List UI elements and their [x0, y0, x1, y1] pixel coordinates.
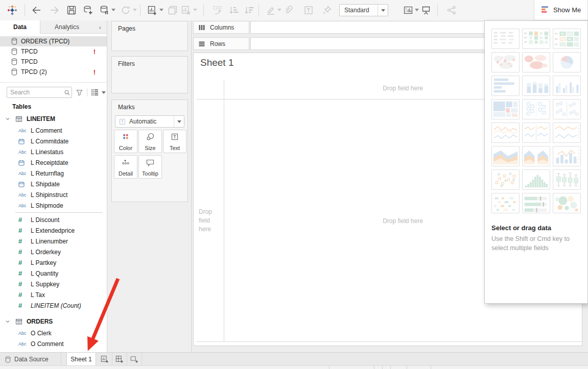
clear-sheet-button[interactable] — [180, 4, 192, 16]
mark-tooltip-button[interactable]: Tooltip — [138, 155, 162, 179]
field-item[interactable]: AbcL Shipmode — [0, 200, 107, 211]
tab-analytics[interactable]: Analytics — [40, 20, 93, 34]
new-worksheet-tab-button[interactable] — [98, 353, 112, 366]
new-data-source-button[interactable] — [82, 4, 94, 16]
showme-side-by-side-circles[interactable] — [553, 99, 581, 119]
swap-rows-columns-button[interactable] — [211, 4, 224, 16]
showme-heat-map[interactable] — [553, 29, 581, 49]
mark-type-caret-icon[interactable] — [174, 116, 184, 127]
fit-selector-caret-icon[interactable] — [378, 5, 388, 16]
fix-axes-button[interactable] — [321, 4, 333, 16]
field-item[interactable]: #L Partkey — [0, 257, 107, 268]
presentation-mode-button[interactable] — [420, 4, 432, 16]
field-item[interactable]: AbcL Linestatus — [0, 146, 107, 157]
field-item[interactable]: AbcL Comment — [0, 125, 107, 136]
showme-horizontal-bars[interactable] — [491, 76, 520, 96]
showme-lines-continuous[interactable] — [491, 122, 520, 143]
new-worksheet-button-caret-icon[interactable] — [159, 9, 163, 11]
new-story-tab-button[interactable] — [127, 353, 142, 366]
table-header-lineitem[interactable]: LINEITEM — [0, 113, 107, 125]
highlight-button-caret-icon[interactable] — [277, 9, 281, 11]
field-item[interactable]: AbcL Shipinstruct — [0, 189, 107, 200]
data-source-item[interactable]: TPCD — [0, 57, 107, 67]
table-header-orders[interactable]: ORDERS — [0, 315, 107, 328]
showme-area-continuous[interactable] — [491, 146, 520, 166]
data-source-item[interactable]: ORDERS (TPCD) — [0, 36, 107, 46]
showme-circle-views[interactable] — [522, 99, 550, 119]
showme-text-table[interactable] — [491, 29, 520, 49]
showme-dual-combination[interactable] — [553, 146, 581, 166]
search-input[interactable] — [7, 89, 62, 96]
showme-packed-bubbles[interactable] — [553, 193, 581, 213]
showme-stacked-bars[interactable] — [522, 76, 550, 96]
chevron-down-icon[interactable] — [5, 319, 11, 324]
field-item[interactable]: #L Suppkey — [0, 279, 107, 289]
mark-size-button[interactable]: Size — [138, 130, 162, 153]
mark-text-button[interactable]: Text — [163, 130, 186, 153]
field-item[interactable]: AbcO Clerk — [0, 328, 107, 338]
drop-zone-rows[interactable]: Drop field here — [199, 208, 220, 234]
show-mark-labels-button[interactable] — [302, 4, 315, 16]
sheet-tab-sheet1[interactable]: Sheet 1 — [66, 353, 96, 366]
pages-shelf[interactable]: Pages — [111, 21, 188, 51]
field-item[interactable]: L Receiptdate — [0, 157, 107, 168]
undo-button[interactable] — [31, 4, 43, 16]
pause-auto-updates-button[interactable] — [98, 4, 110, 16]
clear-sheet-button-caret-icon[interactable] — [193, 9, 197, 11]
new-dashboard-tab-button[interactable] — [112, 353, 127, 366]
showme-area-discrete[interactable] — [522, 146, 550, 166]
showme-pie-chart[interactable] — [553, 52, 581, 72]
showme-box-and-whisker[interactable] — [553, 169, 581, 190]
field-item[interactable]: #L Tax — [0, 289, 107, 300]
fit-selector[interactable]: Standard — [339, 4, 388, 16]
showme-dual-lines[interactable] — [553, 122, 581, 143]
run-update-button[interactable] — [120, 4, 132, 16]
showme-scatter-plot[interactable] — [491, 169, 520, 190]
showme-treemap[interactable] — [491, 99, 520, 119]
group-members-button[interactable] — [282, 4, 294, 16]
show-hide-cards-button[interactable] — [402, 4, 414, 16]
mark-type-dropdown[interactable]: Automatic — [115, 115, 184, 128]
field-item[interactable]: #L Linenumber — [0, 236, 107, 247]
save-button[interactable] — [65, 4, 78, 16]
field-item[interactable]: AbcL Returnflag — [0, 168, 107, 179]
field-item[interactable]: #L Quantity — [0, 268, 107, 279]
collapse-pane-icon[interactable]: ‹ — [93, 20, 107, 34]
field-item[interactable]: #L Discount — [0, 214, 107, 225]
show-hide-cards-button-caret-icon[interactable] — [415, 9, 419, 11]
sort-descending-button[interactable] — [243, 4, 255, 16]
showme-side-by-side-bars[interactable] — [553, 76, 581, 96]
showme-filled-map[interactable] — [522, 52, 550, 72]
run-update-button-caret-icon[interactable] — [133, 9, 137, 11]
showme-highlight-table[interactable] — [522, 29, 550, 49]
mark-color-button[interactable]: Color — [114, 130, 137, 153]
field-item[interactable]: L Shipdate — [0, 179, 107, 189]
showme-lines-discrete[interactable] — [522, 122, 550, 143]
data-source-item[interactable]: TPCD! — [0, 46, 107, 57]
view-options-icon[interactable] — [91, 89, 99, 96]
showme-bullet-graph[interactable] — [522, 193, 550, 213]
highlight-button[interactable] — [265, 4, 277, 16]
redo-button[interactable] — [48, 4, 60, 16]
data-source-tab[interactable]: Data Source — [0, 353, 61, 366]
field-item[interactable]: AbcO Comment — [0, 338, 107, 349]
filter-fields-icon[interactable] — [76, 89, 83, 96]
share-workbook-button[interactable] — [445, 4, 458, 16]
showme-gantt[interactable] — [491, 193, 520, 213]
tab-data[interactable]: Data — [0, 20, 40, 34]
show-me-button[interactable]: Show Me — [534, 0, 588, 20]
field-item[interactable]: #L Orderkey — [0, 247, 107, 257]
pause-auto-updates-button-caret-icon[interactable] — [111, 9, 115, 11]
field-item[interactable]: #L Extendedprice — [0, 225, 107, 236]
chevron-down-icon[interactable] — [5, 116, 11, 121]
mark-detail-button[interactable]: Detail — [114, 155, 137, 179]
data-source-item[interactable]: TPCD (2)! — [0, 67, 107, 77]
showme-histogram[interactable] — [522, 169, 550, 190]
field-item[interactable]: L Commitdate — [0, 136, 107, 146]
field-item[interactable]: #LINEITEM (Count) — [0, 300, 107, 311]
sort-ascending-button[interactable] — [228, 4, 240, 16]
view-options-caret-icon[interactable] — [102, 91, 106, 94]
new-worksheet-button[interactable] — [146, 4, 158, 16]
filters-shelf[interactable]: Filters — [111, 56, 188, 93]
duplicate-button[interactable] — [167, 4, 179, 16]
